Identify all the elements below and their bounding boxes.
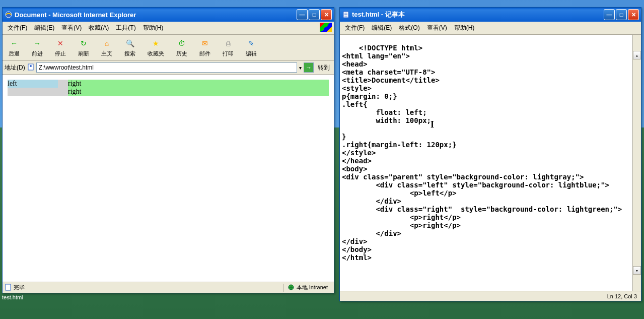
menu-help[interactable]: 帮助(H)	[451, 23, 478, 33]
rendered-left-div: left	[8, 80, 58, 88]
address-label: 地址(D)	[5, 63, 25, 72]
toolbar-label: 邮件	[199, 50, 210, 57]
notepad-window: test.html - 记事本 — □ ✕ 文件(F) 编辑(E) 格式(O) …	[339, 7, 641, 301]
toolbar-button-4[interactable]: ⌂主页	[97, 37, 116, 58]
notepad-menubar: 文件(F) 编辑(E) 格式(O) 查看(V) 帮助(H)	[340, 22, 641, 35]
ie-title: Document - Microsoft Internet Explorer	[15, 11, 297, 19]
menu-view[interactable]: 查看(V)	[424, 23, 450, 33]
toolbar-icon: ←	[9, 38, 20, 49]
text-cursor-icon: I	[431, 119, 434, 130]
rendered-parent-div: left right right	[8, 80, 329, 96]
taskbar-filename: test.html	[0, 293, 25, 301]
menu-tools[interactable]: 工具(T)	[113, 23, 138, 33]
ie-toolbar: ←后退→前进✕停止↻刷新⌂主页🔍搜索★收藏夹⏱历史✉邮件⎙打印✎编辑	[3, 35, 334, 61]
ie-icon	[5, 11, 13, 19]
toolbar-button-8[interactable]: ✉邮件	[195, 37, 214, 58]
windows-logo-icon	[320, 23, 332, 32]
dropdown-icon[interactable]: ▾	[299, 65, 302, 71]
notepad-window-controls: — □ ✕	[604, 9, 639, 20]
ie-menubar: 文件(F) 编辑(E) 查看(V) 收藏(A) 工具(T) 帮助(H)	[3, 22, 334, 35]
toolbar-label: 刷新	[78, 50, 89, 57]
notepad-text-area[interactable]: <!DOCTYPE html> <html lang="en"> <head> …	[340, 35, 641, 291]
right-text-1: right	[68, 80, 329, 88]
address-input[interactable]	[36, 62, 297, 73]
toolbar-icon: ⏱	[176, 38, 187, 49]
close-button[interactable]: ✕	[321, 9, 332, 20]
toolbar-button-5[interactable]: 🔍搜索	[120, 37, 139, 58]
toolbar-label: 历史	[176, 50, 187, 57]
status-done: 完毕	[14, 284, 25, 291]
notepad-statusbar: Ln 12, Col 3	[340, 291, 641, 301]
toolbar-button-2[interactable]: ✕停止	[51, 37, 70, 58]
minimize-button[interactable]: —	[604, 9, 615, 20]
left-text: left	[8, 80, 58, 88]
ie-statusbar: 完毕 本地 Intranet	[3, 282, 334, 293]
right-text-2: right	[68, 88, 329, 96]
go-label: 转到	[316, 63, 332, 72]
ie-content-area: left right right	[3, 75, 334, 282]
notepad-titlebar[interactable]: test.html - 记事本 — □ ✕	[340, 8, 641, 22]
toolbar-button-9[interactable]: ⎙打印	[219, 37, 238, 58]
toolbar-icon: →	[32, 38, 43, 49]
toolbar-button-7[interactable]: ⏱历史	[172, 37, 191, 58]
toolbar-button-0[interactable]: ←后退	[5, 37, 24, 58]
toolbar-icon: 🔍	[124, 38, 135, 49]
scroll-down-icon[interactable]: ▾	[633, 266, 641, 275]
ie-address-bar: 地址(D) ▾ → 转到	[3, 61, 334, 75]
toolbar-label: 打印	[223, 50, 234, 57]
toolbar-button-6[interactable]: ★收藏夹	[144, 37, 168, 58]
rendered-right-div: right right	[68, 80, 329, 96]
toolbar-label: 前进	[32, 50, 43, 57]
toolbar-icon: ✎	[246, 38, 257, 49]
toolbar-icon: ⌂	[101, 38, 112, 49]
toolbar-icon: ✕	[55, 38, 66, 49]
notepad-icon	[342, 11, 350, 19]
cursor-position: Ln 12, Col 3	[607, 293, 637, 299]
ie-window-controls: — □ ✕	[297, 9, 332, 20]
toolbar-label: 搜索	[124, 50, 135, 57]
close-button[interactable]: ✕	[628, 9, 639, 20]
toolbar-label: 停止	[55, 50, 66, 57]
toolbar-label: 后退	[9, 50, 20, 57]
toolbar-icon: ↻	[78, 38, 89, 49]
menu-file[interactable]: 文件(F)	[342, 23, 368, 33]
toolbar-label: 主页	[101, 50, 112, 57]
go-button[interactable]: →	[304, 62, 314, 73]
toolbar-button-3[interactable]: ↻刷新	[74, 37, 93, 58]
menu-file[interactable]: 文件(F)	[5, 23, 30, 33]
toolbar-label: 编辑	[246, 50, 257, 57]
toolbar-button-1[interactable]: →前进	[28, 37, 47, 58]
ie-status-icon	[5, 284, 12, 292]
scroll-up-icon[interactable]: ▴	[633, 51, 641, 59]
svg-point-2	[30, 65, 32, 67]
menu-format[interactable]: 格式(O)	[396, 23, 422, 33]
notepad-text: <!DOCTYPE html> <html lang="en"> <head> …	[342, 44, 622, 262]
minimize-button[interactable]: —	[297, 9, 308, 20]
toolbar-icon: ★	[151, 38, 162, 49]
zone-indicator: 本地 Intranet	[283, 284, 332, 292]
ie-titlebar[interactable]: Document - Microsoft Internet Explorer —…	[3, 8, 334, 22]
vertical-scrollbar[interactable]: ▴ ▾	[632, 35, 641, 291]
toolbar-icon: ✉	[199, 38, 210, 49]
globe-icon	[288, 284, 295, 292]
notepad-title: test.html - 记事本	[352, 10, 604, 19]
menu-edit[interactable]: 编辑(E)	[31, 23, 57, 33]
menu-favorites[interactable]: 收藏(A)	[86, 23, 112, 33]
maximize-button[interactable]: □	[616, 9, 627, 20]
svg-rect-3	[6, 284, 11, 290]
page-icon	[27, 63, 34, 72]
ie-window: Document - Microsoft Internet Explorer —…	[2, 7, 334, 293]
menu-edit[interactable]: 编辑(E)	[369, 23, 395, 33]
maximize-button[interactable]: □	[309, 9, 320, 20]
menu-view[interactable]: 查看(V)	[58, 23, 85, 33]
toolbar-icon: ⎙	[223, 38, 234, 49]
toolbar-label: 收藏夹	[148, 50, 164, 57]
zone-text: 本地 Intranet	[297, 284, 328, 291]
toolbar-button-10[interactable]: ✎编辑	[242, 37, 261, 58]
menu-help[interactable]: 帮助(H)	[140, 23, 167, 33]
